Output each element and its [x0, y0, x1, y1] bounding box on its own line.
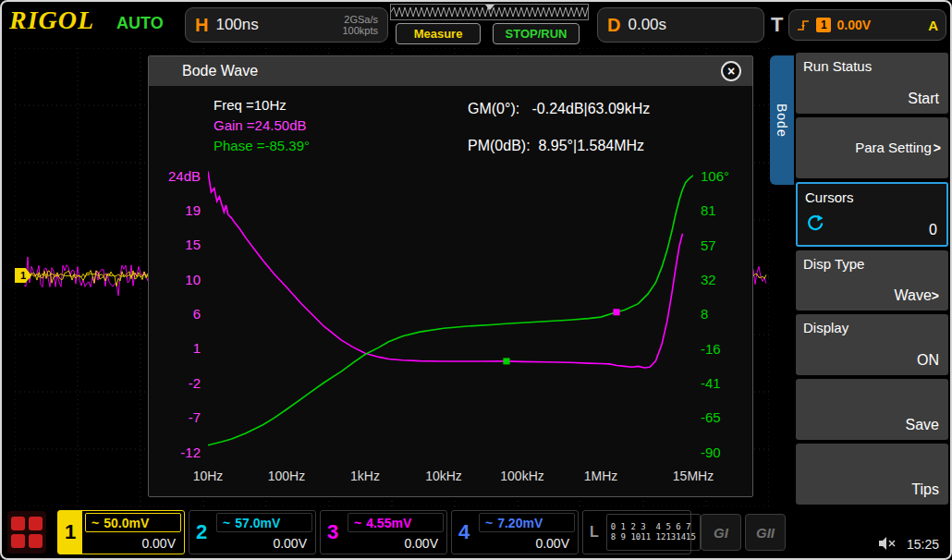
phase-tick-label: -41 [701, 375, 721, 391]
channel-2-number[interactable]: 2 [189, 511, 214, 554]
chevron-right-icon: > [932, 288, 939, 303]
auto-badge: AUTO [116, 14, 164, 33]
coupling-icon: ~ [485, 516, 493, 530]
gain-tick-label: 24dB [168, 167, 201, 183]
menu-item-tips[interactable]: Tips [796, 444, 948, 505]
stop-run-button[interactable]: STOP/RUN [493, 23, 580, 44]
channel-4-box[interactable]: 4 ~7.20mV 0.00V [451, 510, 579, 554]
menu-item-title: Display [803, 320, 848, 335]
channel-4-offset: 0.00V [479, 534, 575, 552]
bode-wave-dialog: Bode Wave × Freq =10Hz Gain =24.50dB Pha… [148, 55, 753, 497]
trigger-position-marker [485, 5, 494, 10]
dialog-title: Bode Wave [182, 63, 258, 79]
gain-tick-label: -2 [189, 374, 201, 390]
bode-chart: 24dB19151061-2-7-12 10Hz100Hz1kHz10kHz10… [156, 160, 745, 489]
logic-analyzer-box[interactable]: L 0 1 2 3 4 5 6 78 9 1011 12131415 [582, 510, 691, 554]
menu-item-value: Wave [895, 287, 932, 303]
chevron-right-icon: > [934, 140, 941, 155]
phase-tick-label: -65 [701, 409, 721, 425]
phase-tick-label: 81 [701, 202, 716, 218]
phase-margin-readout: PM(0dB): 8.95°|1.584MHz [468, 138, 644, 154]
bottom-bar: 1 ~50.0mV 0.00V 2 ~57.0mV 0.00V 3 ~4.55m… [0, 507, 952, 558]
menu-grid-button[interactable] [7, 511, 46, 554]
coupling-icon: ~ [223, 516, 230, 530]
la-label: L [586, 524, 603, 541]
menu-item-display[interactable]: Display ON [796, 314, 948, 375]
clock: 15:25 [907, 537, 939, 552]
gain-tick-label: -7 [189, 409, 201, 425]
freq-tick-label: 10Hz [193, 469, 224, 483]
trigger-source-badge: 1 [816, 18, 831, 32]
channel-2-box[interactable]: 2 ~57.0mV 0.00V [189, 510, 316, 554]
menu-item-value: Start [908, 91, 939, 107]
menu-item-save[interactable]: Save [796, 379, 948, 440]
plot-area: 10Hz100Hz1kHz10kHz100kHz1MHz15MHz [208, 160, 693, 491]
coupling-icon: ~ [92, 516, 99, 530]
waveform-preview-strip[interactable] [390, 4, 589, 20]
channel-3-box[interactable]: 3 ~4.55mV 0.00V [320, 510, 447, 554]
g2-button[interactable]: GII [745, 514, 786, 551]
gain-tick-label: 1 [193, 340, 201, 356]
h-label: H [195, 15, 208, 36]
freq-tick-label: 10kHz [425, 469, 462, 483]
freq-tick-label: 100Hz [268, 469, 305, 483]
menu-item-title: Run Status [803, 58, 872, 74]
rigol-logo: RIGOL [9, 6, 94, 35]
gain-tick-label: 15 [185, 237, 201, 252]
channel-1-offset: 0.00V [85, 534, 181, 552]
freq-tick-label: 100kHz [500, 469, 543, 483]
trigger-mode: A [928, 18, 938, 33]
channel-3-number[interactable]: 3 [321, 511, 345, 554]
dialog-header[interactable]: Bode Wave × [149, 56, 752, 86]
timebase-value: 100ns [215, 16, 258, 34]
memory-depth: 100kpts [342, 25, 378, 36]
channel-1-box[interactable]: 1 ~50.0mV 0.00V [57, 510, 185, 554]
channel-2-offset: 0.00V [216, 534, 312, 552]
phase-tick-label: 106° [701, 167, 729, 183]
channel-4-number[interactable]: 4 [452, 511, 476, 554]
gain-tick-label: -12 [180, 444, 201, 459]
channel-1-number[interactable]: 1 [58, 511, 82, 554]
measure-button[interactable]: Measure [396, 23, 481, 44]
trigger-level-value: 0.00V [836, 18, 871, 32]
channel-3-offset: 0.00V [348, 534, 444, 552]
menu-item-cursors[interactable]: Cursors 0 [796, 182, 948, 247]
menu-item-value: Tips [911, 481, 939, 498]
freq-tick-label: 15MHz [673, 469, 714, 483]
close-icon[interactable]: × [721, 61, 741, 81]
channel-4-scale: 7.20mV [497, 516, 543, 530]
gain-tick-label: 10 [185, 271, 201, 286]
freq-readout: Freq =10Hz [214, 97, 287, 113]
phase-tick-label: -16 [701, 340, 721, 356]
phase-tick-label: 57 [701, 237, 716, 252]
refresh-ccw-icon [806, 213, 824, 232]
sample-rate: 2GSa/s [344, 14, 378, 25]
gain-readout: Gain =24.50dB [214, 117, 307, 133]
horizontal-settings-box[interactable]: H 100ns 2GSa/s 100kpts [185, 7, 388, 43]
phase-readout: Phase =-85.39° [214, 138, 310, 153]
tab-bode-label: Bode [775, 103, 789, 138]
g1-button[interactable]: GI [701, 514, 741, 551]
channel-3-scale: 4.55mV [366, 516, 411, 530]
la-channel-digits: 0 1 2 3 4 5 6 78 9 1011 12131415 [606, 514, 701, 551]
menu-item-disp-type[interactable]: Disp Type Wave> [796, 250, 948, 311]
delay-value: 0.00s [628, 16, 666, 34]
d-label: D [607, 15, 620, 36]
freq-axis-labels: 10Hz100Hz1kHz10kHz100kHz1MHz15MHz [208, 463, 693, 485]
tab-bode[interactable]: Bode [770, 55, 794, 185]
menu-item-value: 0 [929, 222, 937, 238]
t-label: T [771, 13, 783, 37]
gain-axis-labels: 24dB19151061-2-7-12 [156, 160, 208, 463]
channel-1-scale: 50.0mV [104, 516, 149, 530]
delay-settings-box[interactable]: D 0.00s [597, 7, 764, 43]
phase-axis-labels: 106°8157328-16-41-65-90 [693, 160, 745, 463]
menu-item-para-setting[interactable]: Para Setting > [796, 117, 948, 178]
menu-item-value: ON [917, 352, 939, 369]
speaker-muted-icon[interactable] [878, 536, 897, 551]
coupling-icon: ~ [354, 516, 361, 530]
gain-tick-label: 6 [193, 306, 201, 322]
phase-tick-label: 8 [701, 306, 708, 322]
menu-item-run-status[interactable]: Run Status Start [796, 53, 948, 114]
trigger-settings-box[interactable]: T 1 0.00V A [771, 7, 946, 43]
phase-tick-label: 32 [701, 271, 716, 286]
